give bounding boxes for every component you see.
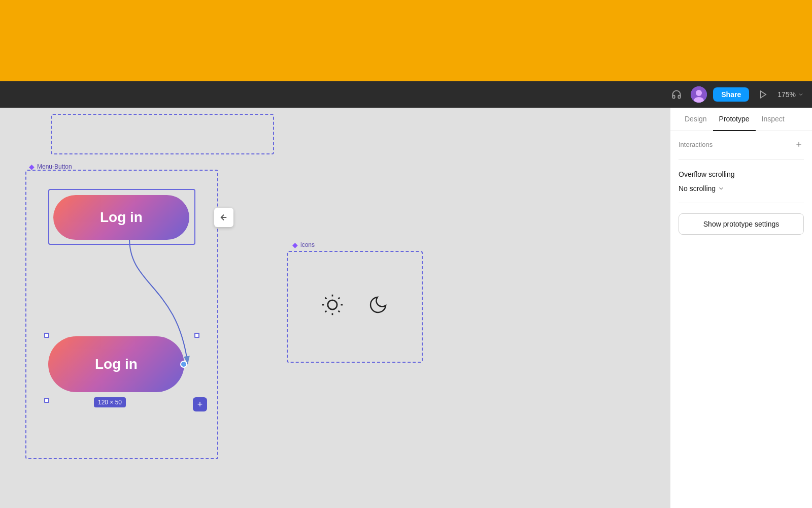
- handle-tl[interactable]: [44, 333, 49, 338]
- top-dashed-selection: [51, 114, 274, 154]
- logbtn-top[interactable]: Log in: [53, 195, 189, 240]
- sun-icon[interactable]: [321, 294, 344, 321]
- overflow-title: Overflow scrolling: [679, 170, 804, 178]
- svg-line-13: [339, 297, 340, 299]
- svg-line-8: [325, 297, 327, 299]
- svg-point-5: [328, 300, 337, 309]
- main-area: ◆ Menu-Button Log in Log in: [0, 108, 812, 508]
- svg-marker-3: [761, 91, 766, 98]
- divider-1: [679, 160, 804, 160]
- add-component-button[interactable]: +: [193, 397, 207, 411]
- handle-bl[interactable]: [44, 398, 49, 403]
- icons-label: ◆ icons: [292, 241, 315, 249]
- canvas[interactable]: ◆ Menu-Button Log in Log in: [0, 108, 670, 508]
- tab-prototype[interactable]: Prototype: [713, 108, 756, 131]
- icons-container: [287, 251, 423, 363]
- tab-inspect[interactable]: Inspect: [756, 108, 791, 131]
- toolbar: Share 175%: [0, 81, 812, 108]
- tab-design[interactable]: Design: [679, 108, 713, 131]
- zoom-control[interactable]: 175%: [777, 90, 804, 99]
- overflow-select[interactable]: No scrolling: [679, 184, 804, 193]
- headphones-icon[interactable]: [668, 86, 685, 103]
- svg-point-1: [696, 90, 702, 96]
- arrow-back-icon[interactable]: [214, 208, 233, 227]
- overflow-value: No scrolling: [679, 184, 716, 193]
- interactions-section-header: Interactions: [679, 139, 804, 149]
- svg-line-12: [325, 310, 327, 312]
- panel-tabs: Design Prototype Inspect: [670, 108, 812, 131]
- yellow-banner: [0, 0, 812, 81]
- svg-line-9: [339, 310, 340, 312]
- add-interaction-button[interactable]: [794, 139, 804, 149]
- right-panel: Design Prototype Inspect Interactions Ov…: [670, 108, 812, 508]
- overflow-section: Overflow scrolling No scrolling: [679, 170, 804, 193]
- size-badge: 120 × 50: [94, 397, 126, 407]
- panel-content: Interactions Overflow scrolling No scrol…: [670, 131, 812, 508]
- divider-2: [679, 203, 804, 203]
- connection-dot[interactable]: [180, 361, 187, 368]
- prototype-settings-button[interactable]: Show prototype settings: [679, 213, 804, 235]
- play-button[interactable]: [755, 86, 771, 103]
- logbtn-bottom[interactable]: Log in: [48, 336, 184, 392]
- moon-icon[interactable]: [368, 295, 388, 320]
- icons-diamond-icon: ◆: [292, 241, 298, 249]
- share-button[interactable]: Share: [713, 87, 749, 102]
- interactions-title: Interactions: [679, 141, 713, 148]
- handle-tr[interactable]: [194, 333, 199, 338]
- avatar[interactable]: [691, 86, 707, 103]
